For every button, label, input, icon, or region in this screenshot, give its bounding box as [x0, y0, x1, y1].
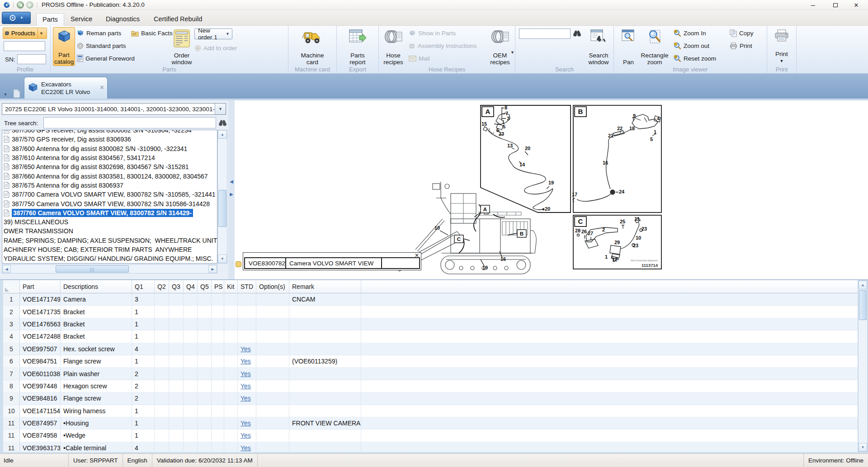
table-row[interactable]: 5VOE997507Hex. socket screw4Yes	[3, 343, 858, 355]
grid-vertical-scrollbar[interactable]: ▲ ▼	[858, 280, 868, 452]
grid-vscroll-thumb[interactable]	[859, 290, 867, 320]
reman-parts-button[interactable]: Reman parts	[77, 28, 121, 38]
column-header-descriptions[interactable]: Descriptions	[61, 280, 132, 293]
tree-item[interactable]: 39) MISCELLANEOUS	[2, 217, 217, 226]
column-header-part[interactable]: Part	[20, 280, 61, 293]
print-quick-button[interactable]: Print	[730, 41, 752, 51]
column-header-q2[interactable]: Q2	[155, 280, 169, 293]
table-row[interactable]: 4VOE14724886Bracket1	[3, 330, 858, 343]
table-row[interactable]: 7VOE60110385Plain washer2Yes	[3, 368, 858, 380]
search-window-button[interactable]: Search window	[585, 27, 612, 66]
column-header-std[interactable]: STD	[238, 280, 256, 293]
scroll-down-icon[interactable]: ▼	[859, 443, 867, 452]
column-header-options[interactable]: Option(s)	[256, 280, 289, 293]
tab-certified-rebuild[interactable]: Certified Rebuild	[148, 13, 208, 26]
std-yes-link[interactable]: Yes	[241, 370, 251, 377]
machine-card-button[interactable]: Machine card	[297, 27, 328, 66]
order-select[interactable]: New order 1 ▼	[194, 28, 232, 39]
tree-item[interactable]: 387/610 Antenna for dig assist 8304567, …	[2, 153, 217, 162]
table-row[interactable]: 3VOE14765637Bracket1	[3, 318, 858, 330]
column-header-ps[interactable]: PS	[212, 280, 224, 293]
table-row[interactable]: 11VOE874957•Housing1YesFRONT VIEW CAMERA	[3, 417, 858, 429]
pan-button[interactable]: Pan	[618, 27, 638, 66]
tree-search-button[interactable]	[217, 118, 228, 128]
tree-item[interactable]: 387/700 Camera VOLVO SMART VIEW, 8300782…	[2, 190, 217, 199]
products-button[interactable]: Products ▼	[3, 28, 47, 39]
zoom-out-button[interactable]: Zoom out	[674, 41, 709, 51]
table-row[interactable]: 6VOE984751Flange screw1Yes(VOE60113259)	[3, 355, 858, 368]
app-menu-button[interactable]: ▼	[2, 12, 31, 24]
back-icon[interactable]: ◀	[17, 1, 24, 9]
table-row[interactable]: 2VOE14717350Bracket1	[3, 306, 858, 318]
scroll-right-icon[interactable]: ▶	[208, 265, 217, 273]
scroll-down-icon[interactable]: ▼	[218, 255, 227, 263]
tree-item[interactable]: 387/600 Antenna for dig assist 8300082 S…	[2, 144, 217, 153]
oem-recipes-button[interactable]: OEM recipes ▼	[486, 27, 514, 66]
std-yes-link[interactable]: Yes	[241, 382, 251, 390]
tree-item[interactable]: ACHINERY HOUSE; CAB; EXTERIOR TRIM PARTS…	[2, 245, 217, 254]
search-go-button[interactable]	[572, 28, 582, 38]
tree-item[interactable]: YDRAULIC SYSTEM; DIGGING/ HANDLING/ GRAD…	[2, 254, 217, 263]
table-row[interactable]: 11VOE3963173•Cable terminal4Yes	[3, 442, 858, 452]
parts-report-button[interactable]: Parts report	[343, 27, 373, 66]
tree-item-selected[interactable]: 387/760 Camera VOLVO SMART VIEW, 8300782…	[2, 208, 217, 217]
expand-right-icon[interactable]: ▶	[229, 189, 234, 199]
tab-parts[interactable]: Parts	[36, 13, 64, 26]
profile-input[interactable]	[4, 41, 45, 51]
std-yes-link[interactable]: Yes	[241, 358, 251, 365]
print-button[interactable]: Print ▼	[770, 27, 793, 66]
tree-item[interactable]: OWER TRANSMISSION	[2, 226, 217, 236]
std-yes-link[interactable]: Yes	[241, 432, 251, 439]
table-row[interactable]: 8VOE997448Hexagon screw2Yes	[3, 380, 858, 392]
tree-item[interactable]: RAME; SPRINGS; DAMPING; AXLE SUSPENSION;…	[2, 236, 217, 245]
tab-diagnostics[interactable]: Diagnostics	[100, 13, 146, 26]
tree-item[interactable]: 387/650 Antenna for dig assist 8302698, …	[2, 162, 217, 171]
std-yes-link[interactable]: Yes	[241, 345, 251, 353]
assembly-instructions-button[interactable]: Assembly instructions	[409, 41, 477, 51]
sn-input[interactable]	[17, 54, 46, 64]
tree-horizontal-scrollbar[interactable]: ◀ ||| ▶	[2, 264, 217, 274]
tree-hscroll-thumb[interactable]: |||	[56, 265, 129, 273]
column-header-q5[interactable]: Q5	[198, 280, 212, 293]
table-row[interactable]: 10VOE14711545Wiring harness1	[3, 405, 858, 417]
search-input[interactable]	[519, 28, 571, 39]
add-to-order-button[interactable]: Add to order	[194, 43, 237, 53]
standard-parts-button[interactable]: Standard parts	[77, 41, 126, 51]
rectangle-zoom-button[interactable]: Rectangle zoom	[640, 27, 669, 66]
hose-recipes-button[interactable]: Hose recipes	[381, 27, 406, 66]
tree-vertical-scrollbar[interactable]: ▲ ▼	[217, 130, 227, 264]
column-header-q3[interactable]: Q3	[169, 280, 184, 293]
tab-list-dropdown-button[interactable]: ▼	[1, 90, 9, 99]
column-header-q4[interactable]: Q4	[184, 280, 198, 293]
document-tab-excavators[interactable]: Excavators EC220E LR Volvo ✕	[24, 77, 108, 100]
scroll-left-icon[interactable]: ◀	[2, 265, 11, 273]
panel-splitter[interactable]: ◀ ▶	[228, 100, 235, 279]
part-catalog-button[interactable]: Part catalog	[53, 27, 75, 66]
close-button[interactable]: ✕	[846, 0, 866, 10]
model-select[interactable]: 20725 EC220E LR Volvo 310001-314000, 314…	[2, 103, 226, 115]
maximize-button[interactable]	[826, 0, 845, 10]
detail-panel-a[interactable]	[481, 105, 571, 212]
std-yes-link[interactable]: Yes	[241, 444, 251, 452]
tree-search-input[interactable]	[43, 117, 216, 128]
table-row[interactable]: 1VOE14717499Camera3CNCAM	[3, 293, 858, 306]
reset-zoom-button[interactable]: Reset zoom	[674, 53, 716, 63]
column-header-remark[interactable]: Remark	[289, 280, 361, 293]
std-yes-link[interactable]: Yes	[241, 420, 251, 427]
detail-panel-b[interactable]	[573, 105, 661, 212]
scroll-up-icon[interactable]: ▲	[218, 130, 227, 139]
column-header-kit[interactable]: Kit	[224, 280, 238, 293]
image-viewer[interactable]: A B C	[235, 100, 868, 279]
mail-button[interactable]: Mail	[409, 53, 430, 63]
tree-vscroll-thumb[interactable]	[218, 190, 226, 227]
show-in-parts-button[interactable]: Show in Parts	[409, 28, 456, 38]
column-header-q1[interactable]: Q1	[132, 280, 155, 293]
tree-item[interactable]: 387/675 Antenna for dig assist 8306937	[2, 181, 217, 190]
scroll-up-icon[interactable]: ▲	[859, 281, 867, 289]
tree-item[interactable]: 387/750 Camera VOLVO SMART VIEW, 8300782…	[2, 199, 217, 208]
collapse-left-icon[interactable]: ◀	[229, 176, 234, 186]
new-tab-button[interactable]	[11, 87, 23, 99]
zoom-in-button[interactable]: Zoom In	[674, 28, 706, 38]
forward-icon[interactable]: ▶	[26, 1, 33, 9]
copy-button[interactable]: Copy	[730, 28, 754, 38]
